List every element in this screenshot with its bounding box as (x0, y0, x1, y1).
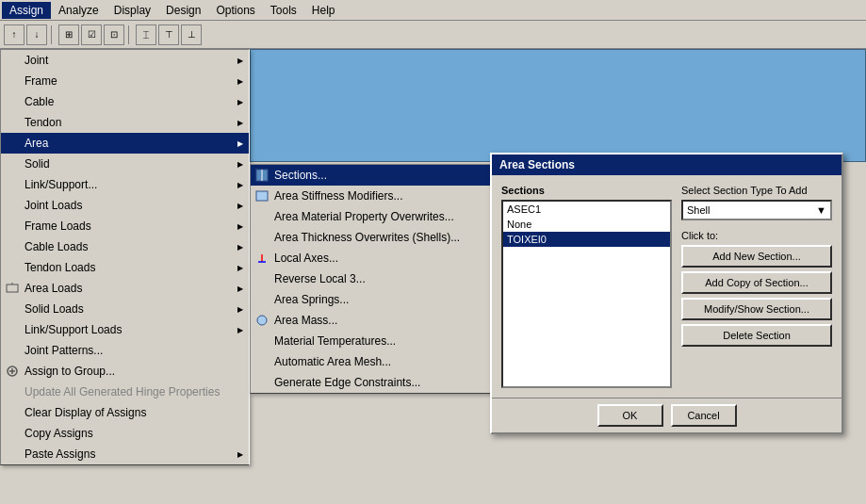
dropdown-arrow-icon: ▼ (816, 204, 826, 216)
menubar: Assign Analyze Display Design Options To… (0, 0, 866, 21)
submenu-item-area-stiffness[interactable]: Area Stiffness Modifiers... (251, 186, 494, 206)
menu-item-frame[interactable]: Frame (1, 71, 249, 91)
menubar-item-design[interactable]: Design (158, 2, 208, 19)
menu-item-joint-patterns[interactable]: Joint Patterns... (1, 340, 249, 361)
dialog-body: Sections ASEC1 None TOIXEI0 Select Secti… (492, 175, 841, 398)
menu-item-copy-assigns[interactable]: Copy Assigns (1, 423, 249, 444)
cancel-button[interactable]: Cancel (671, 404, 737, 427)
toolbar-sep-1 (51, 25, 55, 44)
toolbar-btn-5[interactable]: ⊡ (104, 24, 124, 45)
delete-section-button[interactable]: Delete Section (681, 324, 832, 347)
listbox-item-toixei0[interactable]: TOIXEI0 (503, 232, 670, 247)
dialog-title: Area Sections (492, 154, 841, 175)
ok-button[interactable]: OK (597, 404, 663, 427)
menubar-item-help[interactable]: Help (304, 2, 343, 19)
toolbar-sep-2 (128, 25, 132, 44)
toolbar-btn-8[interactable]: ⊥ (181, 24, 202, 45)
select-type-label: Select Section Type To Add (681, 185, 832, 196)
modify-show-section-button[interactable]: Modify/Show Section... (681, 298, 832, 320)
area-submenu: Sections... Area Stiffness Modifiers... … (250, 164, 495, 394)
submenu-item-area-thickness[interactable]: Area Thickness Overwrites (Shells)... (251, 227, 494, 248)
toolbar-btn-4[interactable]: ☑ (81, 24, 102, 45)
submenu-item-material-temps[interactable]: Material Temperatures... (251, 331, 494, 351)
menu-item-cable-loads[interactable]: Cable Loads (1, 236, 249, 257)
area-mass-icon (253, 313, 271, 328)
menu-item-link-support-loads[interactable]: Link/Support Loads (1, 319, 249, 340)
assign-group-icon (3, 364, 22, 379)
menu-item-area[interactable]: Area (1, 133, 249, 154)
menu-item-cable[interactable]: Cable (1, 91, 249, 112)
sections-icon (253, 168, 271, 183)
menu-item-link-support[interactable]: Link/Support... (1, 174, 249, 195)
menubar-item-tools[interactable]: Tools (263, 2, 304, 19)
menu-item-tendon-loads[interactable]: Tendon Loads (1, 257, 249, 278)
menu-item-tendon[interactable]: Tendon (1, 112, 249, 133)
canvas-area (250, 49, 866, 162)
submenu-item-generate-edge[interactable]: Generate Edge Constraints... (251, 372, 494, 393)
submenu-item-area-springs[interactable]: Area Springs... (251, 289, 494, 310)
toolbar-btn-3[interactable]: ⊞ (58, 24, 79, 45)
main-area: Joint Frame Cable Tendon Area Solid Link… (0, 49, 866, 504)
listbox-item-none[interactable]: None (503, 217, 670, 232)
menubar-item-display[interactable]: Display (106, 2, 158, 19)
toolbar-btn-6[interactable]: ⌶ (136, 24, 156, 45)
menu-item-paste-assigns[interactable]: Paste Assigns (1, 444, 249, 464)
submenu-item-reverse-local[interactable]: Reverse Local 3... (251, 268, 494, 289)
menu-item-joint-loads[interactable]: Joint Loads (1, 195, 249, 216)
listbox-item-asec1[interactable]: ASEC1 (503, 202, 670, 217)
dialog-footer: OK Cancel (492, 398, 841, 432)
menubar-item-analyze[interactable]: Analyze (51, 2, 106, 19)
menu-item-update-all[interactable]: Update All Generated Hinge Properties (1, 382, 249, 402)
shell-dropdown[interactable]: Shell ▼ (681, 200, 832, 220)
svg-rect-0 (7, 285, 18, 292)
stiffness-icon (253, 188, 271, 203)
menubar-item-assign[interactable]: Assign (2, 2, 51, 19)
area-sections-dialog: Area Sections Sections ASEC1 None TOIXEI… (490, 153, 843, 434)
toolbar-btn-7[interactable]: ⊤ (158, 24, 179, 45)
menu-item-area-loads[interactable]: Area Loads (1, 278, 249, 299)
menu-item-solid[interactable]: Solid (1, 154, 249, 174)
toolbar-btn-1[interactable]: ↑ (4, 24, 25, 45)
menubar-item-options[interactable]: Options (208, 2, 262, 19)
area-loads-icon (3, 281, 22, 296)
svg-point-10 (257, 316, 267, 325)
sections-label: Sections (501, 185, 672, 196)
click-to-label: Click to: (681, 230, 832, 241)
menu-item-frame-loads[interactable]: Frame Loads (1, 216, 249, 236)
submenu-item-auto-mesh[interactable]: Automatic Area Mesh... (251, 351, 494, 372)
toolbar: ↑ ↓ ⊞ ☑ ⊡ ⌶ ⊤ ⊥ (0, 21, 866, 49)
submenu-item-sections[interactable]: Sections... (251, 165, 494, 186)
submenu-item-local-axes[interactable]: Local Axes... (251, 248, 494, 268)
menu-item-joint[interactable]: Joint (1, 50, 249, 71)
add-new-section-button[interactable]: Add New Section... (681, 245, 832, 268)
toolbar-btn-2[interactable]: ↓ (26, 24, 47, 45)
menu-item-solid-loads[interactable]: Solid Loads (1, 299, 249, 319)
dialog-right-panel: Select Section Type To Add Shell ▼ Click… (681, 185, 832, 388)
sections-listbox[interactable]: ASEC1 None TOIXEI0 (501, 200, 672, 388)
dialog-left-panel: Sections ASEC1 None TOIXEI0 (501, 185, 672, 388)
svg-rect-7 (256, 191, 268, 201)
menu-item-clear-display[interactable]: Clear Display of Assigns (1, 402, 249, 423)
menu-item-assign-to-group[interactable]: Assign to Group... (1, 361, 249, 382)
assign-dropdown-menu: Joint Frame Cable Tendon Area Solid Link… (0, 49, 250, 465)
submenu-item-area-mass[interactable]: Area Mass... (251, 310, 494, 331)
submenu-item-area-material[interactable]: Area Material Property Overwrites... (251, 206, 494, 227)
add-copy-section-button[interactable]: Add Copy of Section... (681, 271, 832, 294)
local-axes-icon (253, 251, 271, 266)
